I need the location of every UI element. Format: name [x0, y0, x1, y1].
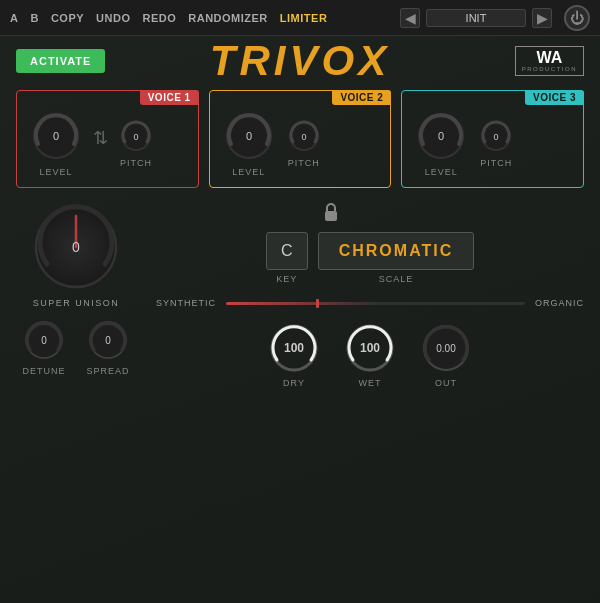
svg-text:0: 0	[41, 335, 47, 346]
preset-a[interactable]: A	[10, 12, 18, 24]
spread-knob[interactable]: 0	[86, 318, 130, 362]
voice-2-level-label: LEVEL	[232, 167, 265, 177]
voice-1-level-knob[interactable]: 0	[29, 109, 83, 163]
preset-name[interactable]: INIT	[426, 9, 526, 27]
voice-1-panel: VOICE 1 0 LEVEL ⇅	[16, 90, 199, 188]
preset-b[interactable]: B	[30, 12, 38, 24]
voice-3-pitch-label: PITCH	[480, 158, 512, 168]
bottom-section: 0 SUPER UNISON 0 DETUNE	[16, 202, 584, 388]
dry-knob-wrap: 100 DRY	[268, 322, 320, 388]
super-unison-col: 0 SUPER UNISON 0 DETUNE	[16, 202, 136, 376]
key-scale-row: C KEY CHROMATIC SCALE	[266, 228, 475, 284]
voice-2-pitch-knob-wrap: 0 PITCH	[286, 118, 322, 168]
voice-3-controls: 0 LEVEL 0 PITCH	[414, 99, 571, 177]
detune-label: DETUNE	[22, 366, 65, 376]
power-button[interactable]: ⏻	[564, 5, 590, 31]
right-section: C KEY CHROMATIC SCALE SYNTHETIC ORGANIC	[156, 202, 584, 388]
preset-prev-button[interactable]: ◀	[400, 8, 420, 28]
svg-text:100: 100	[284, 341, 304, 355]
key-label: KEY	[276, 274, 297, 284]
randomizer-button[interactable]: RANDOMIZER	[188, 12, 268, 24]
preset-next-button[interactable]: ▶	[532, 8, 552, 28]
detune-knob-wrap: 0 DETUNE	[22, 318, 66, 376]
svg-text:0: 0	[133, 132, 138, 142]
voice-2-pitch-knob[interactable]: 0	[286, 118, 322, 154]
svg-text:0: 0	[246, 130, 252, 142]
voice-2-panel: VOICE 2 0 LEVEL 0	[209, 90, 392, 188]
wa-logo-sub: PRODUCTION	[522, 66, 577, 72]
voice-3-level-label: LEVEL	[425, 167, 458, 177]
svg-text:100: 100	[360, 341, 380, 355]
voice-1-level-knob-wrap: 0 LEVEL	[29, 109, 83, 177]
voice-3-level-knob-wrap: 0 LEVEL	[414, 109, 468, 177]
voice-1-level-label: LEVEL	[39, 167, 72, 177]
voice-1-pitch-label: PITCH	[120, 158, 152, 168]
voice-2-level-knob[interactable]: 0	[222, 109, 276, 163]
top-bar: A B COPY UNDO REDO RANDOMIZER LIMITER ◀ …	[0, 0, 600, 36]
lock-icon[interactable]	[316, 202, 346, 222]
super-unison-knob[interactable]: 0	[31, 202, 121, 292]
wet-knob-wrap: 100 WET	[344, 322, 396, 388]
out-knob-wrap: 0.00 OUT	[420, 322, 472, 388]
key-display[interactable]: C	[266, 232, 308, 270]
synthetic-label: SYNTHETIC	[156, 298, 216, 308]
svg-rect-19	[325, 211, 337, 221]
key-scale-container: C KEY CHROMATIC SCALE	[156, 202, 584, 284]
key-box: C KEY	[266, 232, 308, 284]
voice-1-drag-icon[interactable]: ⇅	[93, 127, 108, 149]
voice-2-pitch-label: PITCH	[288, 158, 320, 168]
voice-3-label: VOICE 3	[525, 90, 584, 105]
svg-text:0: 0	[53, 130, 59, 142]
svg-text:0: 0	[494, 132, 499, 142]
super-unison-label: SUPER UNISON	[33, 298, 120, 308]
synth-organic-bar[interactable]	[226, 302, 525, 305]
voice-2-label: VOICE 2	[332, 90, 391, 105]
voices-row: VOICE 1 0 LEVEL ⇅	[16, 90, 584, 188]
bottom-knobs-row: 100 DRY 100 WET	[156, 322, 584, 388]
header-row: ACTIVATE TRIVOX WA PRODUCTION	[16, 46, 584, 76]
lock-row	[266, 202, 474, 222]
voice-3-panel: VOICE 3 0 LEVEL 0	[401, 90, 584, 188]
scale-label: SCALE	[379, 274, 414, 284]
detune-knob[interactable]: 0	[22, 318, 66, 362]
voice-3-pitch-knob[interactable]: 0	[478, 118, 514, 154]
svg-text:0.00: 0.00	[436, 343, 456, 354]
voice-2-controls: 0 LEVEL 0 PITCH	[222, 99, 379, 177]
synth-organic-row: SYNTHETIC ORGANIC	[156, 298, 584, 308]
wa-logo-main: WA	[536, 50, 562, 66]
out-label: OUT	[435, 378, 457, 388]
voice-2-level-knob-wrap: 0 LEVEL	[222, 109, 276, 177]
voice-1-pitch-knob-wrap: 0 PITCH	[118, 118, 154, 168]
dry-label: DRY	[283, 378, 305, 388]
out-knob[interactable]: 0.00	[420, 322, 472, 374]
app-wrapper: A B COPY UNDO REDO RANDOMIZER LIMITER ◀ …	[0, 0, 600, 603]
copy-button[interactable]: COPY	[51, 12, 84, 24]
limiter-button[interactable]: LIMITER	[280, 12, 328, 24]
scale-display[interactable]: CHROMATIC	[318, 232, 475, 270]
organic-label: ORGANIC	[535, 298, 584, 308]
voice-3-level-knob[interactable]: 0	[414, 109, 468, 163]
svg-text:0: 0	[72, 239, 80, 255]
undo-button[interactable]: UNDO	[96, 12, 130, 24]
activate-button[interactable]: ACTIVATE	[16, 49, 105, 73]
voice-1-controls: 0 LEVEL ⇅ 0 PITCH	[29, 99, 186, 177]
main-content: ACTIVATE TRIVOX WA PRODUCTION VOICE 1 0	[0, 36, 600, 603]
wa-logo: WA PRODUCTION	[515, 46, 584, 76]
spread-knob-wrap: 0 SPREAD	[86, 318, 130, 376]
svg-text:0: 0	[301, 132, 306, 142]
dry-knob[interactable]: 100	[268, 322, 320, 374]
voice-1-label: VOICE 1	[140, 90, 199, 105]
wet-knob[interactable]: 100	[344, 322, 396, 374]
small-knobs-row: 0 DETUNE 0 SPREAD	[22, 318, 130, 376]
voice-3-pitch-knob-wrap: 0 PITCH	[478, 118, 514, 168]
svg-text:0: 0	[105, 335, 111, 346]
plugin-title: TRIVOX	[210, 37, 390, 85]
wet-label: WET	[359, 378, 382, 388]
preset-nav: ◀ INIT ▶	[400, 8, 552, 28]
redo-button[interactable]: REDO	[142, 12, 176, 24]
spread-label: SPREAD	[86, 366, 129, 376]
voice-1-pitch-knob[interactable]: 0	[118, 118, 154, 154]
scale-box: CHROMATIC SCALE	[318, 232, 475, 284]
svg-text:0: 0	[438, 130, 444, 142]
